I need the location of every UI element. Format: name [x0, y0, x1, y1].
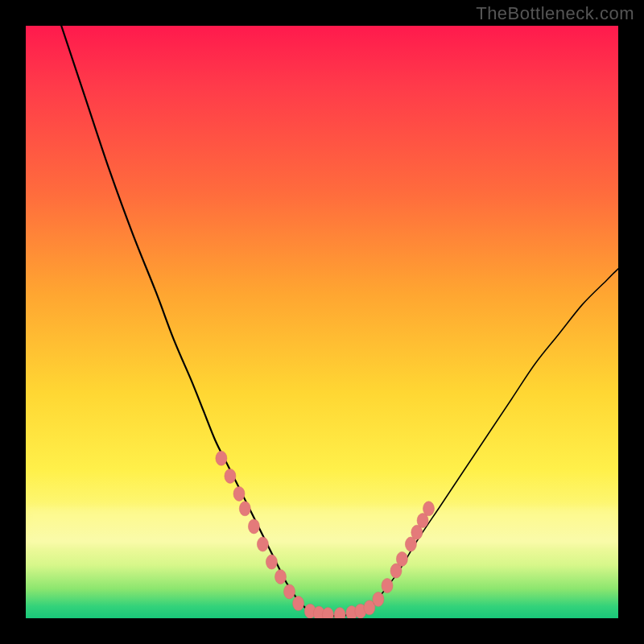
left-curve-path: [61, 26, 310, 613]
bead-marker: [334, 608, 345, 618]
watermark-text: TheBottleneck.com: [476, 3, 634, 24]
plot-area: [26, 26, 618, 618]
chart-frame: TheBottleneck.com: [0, 0, 644, 644]
bead-markers: [216, 451, 435, 618]
bead-marker: [284, 584, 295, 599]
bead-marker: [373, 592, 384, 606]
bead-marker: [233, 486, 245, 501]
bead-marker: [275, 570, 287, 584]
bead-marker: [257, 537, 268, 551]
bead-marker: [396, 551, 407, 566]
bead-marker: [382, 579, 393, 593]
bead-marker: [423, 502, 435, 516]
bead-marker: [216, 451, 227, 465]
bead-marker: [248, 519, 259, 534]
curve-layer: [26, 26, 618, 618]
bead-marker: [322, 608, 333, 618]
bead-marker: [293, 597, 304, 611]
bead-marker: [225, 469, 236, 483]
bead-marker: [266, 555, 277, 569]
bead-marker: [239, 502, 250, 516]
